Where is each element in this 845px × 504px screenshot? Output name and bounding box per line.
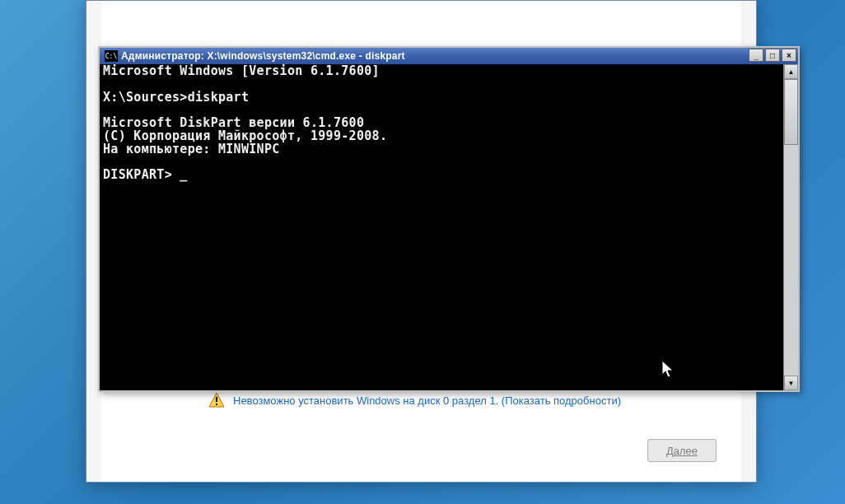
next-button-rest: алее (674, 445, 698, 457)
svg-rect-2 (216, 404, 217, 405)
minimize-button[interactable]: _ (749, 49, 763, 62)
cmd-output[interactable]: Microsoft Windows [Version 6.1.7600] X:\… (100, 64, 783, 390)
close-button[interactable]: × (782, 49, 796, 62)
scroll-up-button[interactable]: ▲ (784, 64, 798, 79)
cmd-prompt: DISKPART> (103, 167, 180, 182)
next-button[interactable]: Далее (647, 439, 717, 462)
cmd-scrollbar[interactable]: ▲ ▼ (783, 64, 798, 390)
scroll-track[interactable] (784, 79, 798, 376)
cmd-line: Microsoft Windows [Version 6.1.7600] (103, 64, 380, 78)
maximize-button[interactable]: □ (765, 49, 780, 62)
warning-link[interactable]: Невозможно установить Windows на диск 0 … (233, 394, 621, 407)
scroll-down-button[interactable]: ▼ (784, 376, 798, 390)
cmd-title: Администратор: X:\windows\system32\cmd.e… (121, 50, 405, 62)
titlebar-buttons: _ □ × (749, 49, 796, 62)
scroll-thumb[interactable] (784, 79, 798, 145)
cmd-body: Microsoft Windows [Version 6.1.7600] X:\… (100, 64, 798, 390)
warning-icon (208, 392, 225, 408)
cmd-titlebar[interactable]: C:\ Администратор: X:\windows\system32\c… (100, 48, 798, 64)
text-cursor: _ (180, 169, 187, 182)
svg-rect-1 (216, 397, 217, 402)
cmd-line: На компьютере: MINWINPC (103, 142, 280, 156)
warning-row: Невозможно установить Windows на диск 0 … (208, 392, 621, 408)
next-button-underline: Д (666, 445, 674, 457)
cmd-line: X:\Sources>diskpart (103, 90, 249, 105)
cmd-icon: C:\ (105, 50, 118, 62)
cmd-window: C:\ Администратор: X:\windows\system32\c… (98, 46, 800, 392)
